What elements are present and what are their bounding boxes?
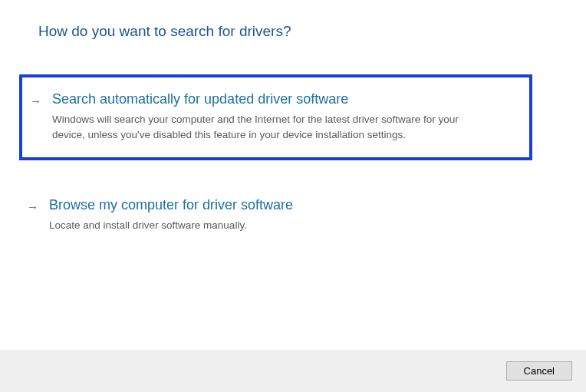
option-description: Locate and install driver software manua…: [49, 218, 479, 233]
option-title: Browse my computer for driver software: [49, 197, 517, 213]
option-description: Windows will search your computer and th…: [52, 112, 482, 142]
arrow-right-icon: →: [27, 200, 38, 213]
option-title: Search automatically for updated driver …: [52, 91, 514, 107]
arrow-right-icon: →: [30, 94, 41, 107]
dialog-footer: Cancel: [0, 350, 586, 392]
cancel-button[interactable]: Cancel: [506, 361, 572, 380]
page-title: How do you want to search for drivers?: [38, 23, 548, 40]
option-browse-computer[interactable]: → Browse my computer for driver software…: [19, 183, 532, 249]
option-search-automatically[interactable]: → Search automatically for updated drive…: [19, 74, 532, 160]
